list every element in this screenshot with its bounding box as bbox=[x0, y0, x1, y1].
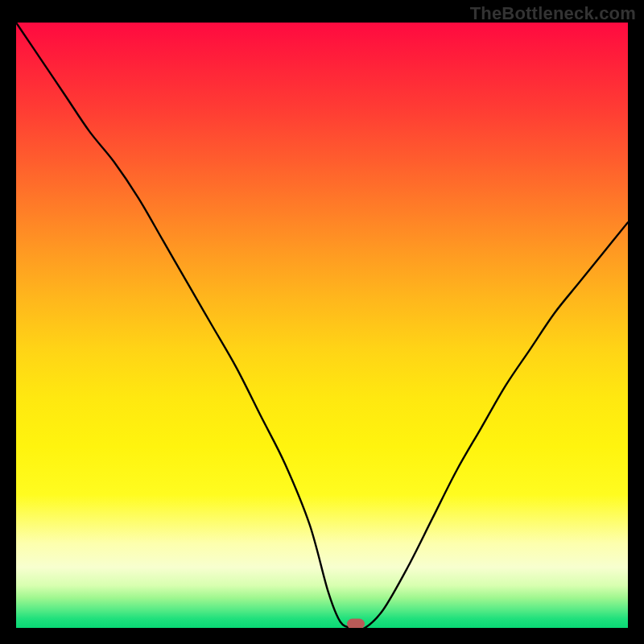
watermark-text: TheBottleneck.com bbox=[470, 3, 636, 24]
plot-area bbox=[16, 23, 628, 628]
chart-frame: TheBottleneck.com bbox=[0, 0, 644, 644]
bottleneck-curve bbox=[16, 23, 628, 628]
optimal-point-marker bbox=[347, 619, 365, 628]
